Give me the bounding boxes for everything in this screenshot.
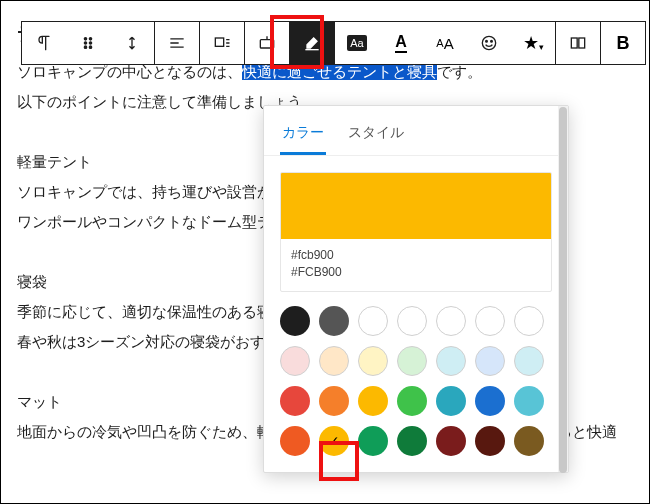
star-icon[interactable]: ★▾: [511, 22, 555, 64]
color-swatch[interactable]: [280, 306, 310, 336]
color-swatch[interactable]: [475, 426, 505, 456]
color-swatch[interactable]: [397, 306, 427, 336]
emoji-icon[interactable]: [467, 22, 511, 64]
svg-point-0: [84, 38, 86, 40]
selected-text: 快適に過ごせるテントと寝具: [242, 63, 437, 80]
bold-button[interactable]: B: [601, 22, 645, 64]
svg-point-5: [89, 46, 91, 48]
paragraph-block-icon[interactable]: [22, 22, 66, 64]
move-arrows-icon[interactable]: [110, 22, 154, 64]
preview-swatch: [281, 173, 551, 239]
color-swatch[interactable]: [475, 386, 505, 416]
text-color-icon[interactable]: A: [379, 22, 423, 64]
columns-icon[interactable]: [556, 22, 600, 64]
color-swatch[interactable]: [280, 386, 310, 416]
drag-handle-icon[interactable]: [66, 22, 110, 64]
color-swatch[interactable]: [358, 386, 388, 416]
svg-point-3: [89, 42, 91, 44]
svg-point-8: [482, 36, 495, 49]
color-swatch[interactable]: [436, 386, 466, 416]
color-swatch[interactable]: [280, 426, 310, 456]
svg-point-1: [89, 38, 91, 40]
block-toolbar: Aa A AA ★▾ B: [21, 21, 646, 65]
svg-point-10: [491, 41, 493, 43]
color-swatch[interactable]: [475, 306, 505, 336]
svg-rect-12: [579, 38, 585, 48]
svg-point-2: [84, 42, 86, 44]
svg-point-4: [84, 46, 86, 48]
color-swatch[interactable]: [436, 306, 466, 336]
svg-rect-11: [571, 38, 577, 48]
align-icon[interactable]: [155, 22, 199, 64]
color-swatch[interactable]: [514, 426, 544, 456]
hex-value-upper: #FCB900: [291, 264, 541, 281]
hex-value-lower: #fcb900: [291, 247, 541, 264]
color-swatch[interactable]: [436, 346, 466, 376]
color-swatch[interactable]: [280, 346, 310, 376]
color-popover: カラー スタイル #fcb900 #FCB900: [263, 105, 569, 473]
highlight-button[interactable]: [290, 22, 334, 64]
color-swatch[interactable]: [358, 306, 388, 336]
popover-scrollbar[interactable]: [558, 106, 568, 472]
color-swatch[interactable]: [319, 306, 349, 336]
color-swatch[interactable]: [397, 426, 427, 456]
color-swatch[interactable]: [397, 386, 427, 416]
color-preview: #fcb900 #FCB900: [280, 172, 552, 292]
tab-style[interactable]: スタイル: [346, 120, 406, 155]
svg-rect-6: [215, 38, 223, 46]
color-swatch[interactable]: [319, 346, 349, 376]
color-swatch[interactable]: [436, 426, 466, 456]
color-swatch[interactable]: [319, 426, 349, 456]
image-inline-icon[interactable]: [200, 22, 244, 64]
color-swatch[interactable]: [397, 346, 427, 376]
color-swatch[interactable]: [358, 346, 388, 376]
keyboard-icon[interactable]: [245, 22, 289, 64]
color-swatch[interactable]: [514, 386, 544, 416]
color-swatch[interactable]: [475, 346, 505, 376]
svg-point-9: [486, 41, 488, 43]
svg-rect-7: [260, 40, 273, 48]
tab-color[interactable]: カラー: [280, 120, 326, 155]
swatch-grid: [264, 300, 568, 472]
color-swatch[interactable]: [319, 386, 349, 416]
color-swatch[interactable]: [514, 346, 544, 376]
text-case-icon[interactable]: Aa: [335, 22, 379, 64]
color-swatch[interactable]: [358, 426, 388, 456]
font-size-icon[interactable]: AA: [423, 22, 467, 64]
color-swatch[interactable]: [514, 306, 544, 336]
